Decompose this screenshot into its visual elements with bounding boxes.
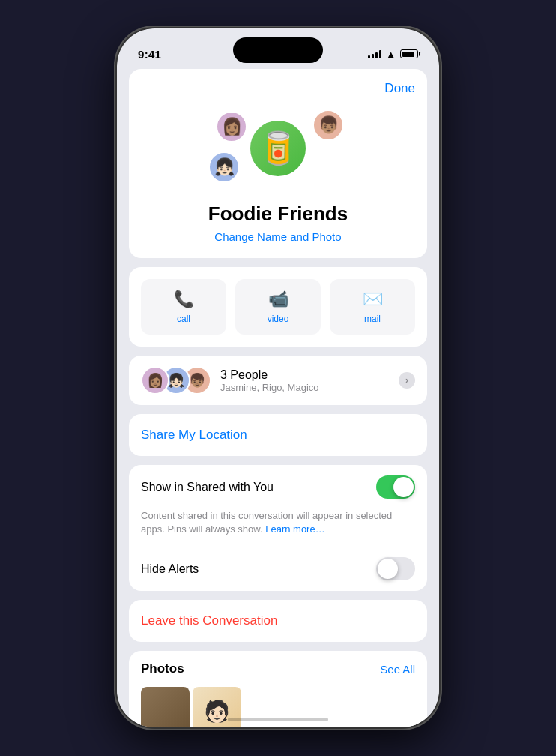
group-name: Foodie Friends [141, 202, 415, 226]
leave-conversation-button[interactable]: Leave this Conversation [129, 600, 427, 642]
done-button[interactable]: Done [141, 69, 415, 104]
call-label: call [177, 314, 190, 324]
people-row[interactable]: 👩🏽 👧🏻 👦🏽 3 People Jasmine, Rigo, [129, 356, 427, 405]
phone-icon: 📞 [174, 290, 194, 309]
content-area: Done 👩🏽 👦🏽 🥫 👧🏻 [117, 69, 439, 728]
action-buttons-section: 📞 call 📹 video ✉️ mail [129, 267, 427, 346]
hide-alerts-label: Hide Alerts [141, 562, 199, 576]
mail-label: mail [364, 314, 381, 324]
show-in-shared-toggle[interactable] [376, 476, 415, 499]
share-location-button[interactable]: Share My Location [129, 414, 427, 456]
people-count: 3 People [220, 368, 319, 382]
show-in-shared-row: Show in Shared with You [129, 465, 427, 509]
status-time: 9:41 [138, 48, 161, 61]
hide-alerts-row: Hide Alerts [129, 547, 427, 591]
person-avatar-1: 👩🏽 [141, 366, 169, 394]
video-icon: 📹 [268, 290, 288, 309]
change-name-button[interactable]: Change Name and Photo [141, 230, 415, 243]
video-button[interactable]: 📹 video [235, 279, 321, 334]
photos-title: Photos [141, 662, 184, 676]
header-section: Done 👩🏽 👦🏽 🥫 👧🏻 [129, 69, 427, 258]
photos-section: Photos See All 🧑🏻 [129, 651, 427, 728]
battery-icon [400, 50, 418, 58]
call-button[interactable]: 📞 call [141, 279, 226, 334]
photo-thumbnail-1 [141, 687, 190, 728]
learn-more-link[interactable]: Learn more… [265, 524, 324, 535]
avatar-bottom-left: 👧🏻 [208, 152, 240, 183]
people-section-wrapper: 👩🏽 👧🏻 👦🏽 3 People Jasmine, Rigo, [129, 356, 427, 405]
mail-icon: ✉️ [363, 290, 383, 309]
home-indicator [228, 718, 328, 722]
video-label: video [268, 314, 289, 324]
phone-screen: 9:41 ▲ Done [117, 28, 439, 728]
phone-frame: 9:41 ▲ Done [117, 28, 439, 728]
status-icons: ▲ [368, 49, 418, 60]
leave-conversation-label: Leave this Conversation [141, 614, 277, 628]
hide-alerts-toggle[interactable] [376, 557, 415, 580]
chevron-right-icon: › [399, 372, 415, 388]
signal-bars-icon [368, 50, 381, 58]
settings-section: Show in Shared with You Content shared i… [129, 465, 427, 591]
people-avatars: 👩🏽 👧🏻 👦🏽 [141, 366, 211, 394]
people-names: Jasmine, Rigo, Magico [220, 382, 319, 393]
show-in-shared-label: Show in Shared with You [141, 481, 274, 494]
share-location-label: Share My Location [141, 428, 247, 442]
see-all-button[interactable]: See All [380, 663, 415, 676]
avatar-top-right: 👦🏽 [312, 110, 344, 141]
main-avatar: 🥫 [248, 118, 308, 178]
mail-button[interactable]: ✉️ mail [330, 279, 415, 334]
dynamic-island [233, 38, 323, 63]
show-in-shared-description: Content shared in this conversation will… [129, 509, 427, 547]
avatar-top-left: 👩🏽 [216, 111, 247, 142]
group-avatars: 👩🏽 👦🏽 🥫 👧🏻 [141, 104, 415, 194]
wifi-icon: ▲ [386, 49, 396, 60]
